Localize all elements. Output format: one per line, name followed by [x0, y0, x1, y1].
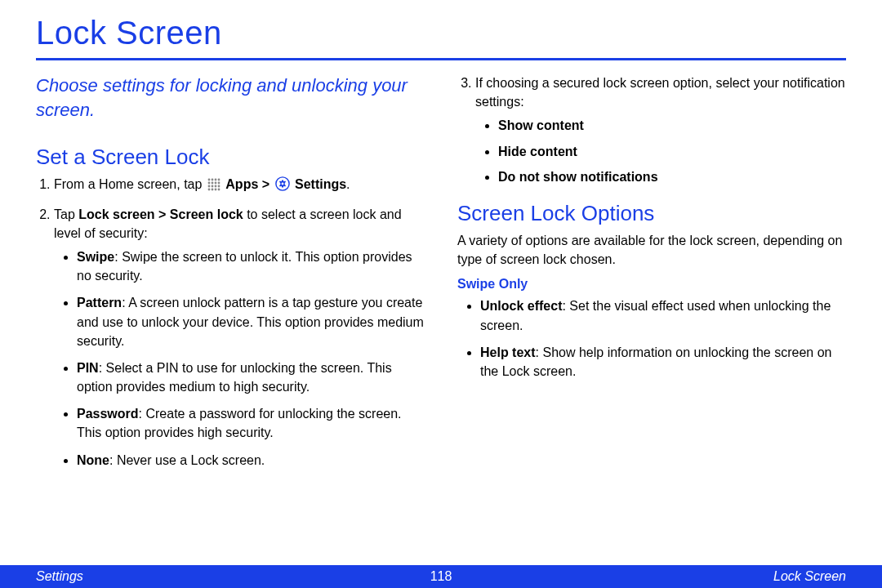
svg-point-4 — [207, 182, 210, 185]
option-name: Unlock effect — [480, 299, 562, 313]
notif-option: Do not show notifications — [498, 170, 658, 184]
step3-text: If choosing a secured lock screen option… — [475, 76, 845, 109]
list-item: Password: Create a password for unlockin… — [77, 404, 425, 442]
options-intro: A variety of options are available for t… — [457, 231, 846, 269]
step2-prefix: Tap — [54, 207, 78, 221]
swipe-only-list: Unlock effect: Set the visual effect use… — [457, 296, 846, 381]
svg-point-0 — [207, 179, 210, 181]
section-heading-options: Screen Lock Options — [457, 201, 846, 226]
step-2: Tap Lock screen > Screen lock to select … — [54, 205, 425, 470]
footer-page-number: 118 — [430, 569, 452, 584]
svg-point-15 — [217, 189, 220, 191]
swipe-only-subhead: Swipe Only — [457, 277, 846, 292]
step-1: From a Home screen, tap Apps > Settings. — [54, 175, 425, 196]
svg-point-11 — [217, 185, 220, 188]
option-name: Help text — [480, 345, 536, 359]
footer-right: Lock Screen — [773, 569, 846, 584]
svg-point-7 — [217, 182, 220, 185]
intro-text: Choose settings for locking and unlockin… — [36, 74, 425, 122]
page-footer: Settings 118 Lock Screen — [0, 565, 882, 588]
apps-grid-icon — [207, 177, 220, 196]
svg-point-9 — [211, 185, 213, 188]
apps-label: Apps — [225, 177, 258, 191]
svg-point-14 — [214, 189, 216, 191]
list-item: Help text: Show help information on unlo… — [480, 343, 846, 381]
svg-point-12 — [207, 189, 210, 191]
svg-point-17 — [281, 183, 283, 185]
step1-prefix: From a Home screen, tap — [54, 177, 206, 191]
page-content: Lock Screen Choose settings for locking … — [0, 0, 882, 478]
option-desc: : Never use a Lock screen. — [109, 453, 265, 467]
title-rule — [36, 58, 846, 60]
settings-gear-icon — [275, 176, 290, 196]
option-name: None — [77, 453, 109, 467]
gt-separator: > — [258, 177, 273, 191]
list-item: Do not show notifications — [498, 167, 846, 186]
list-item: Show content — [498, 116, 846, 135]
list-item: Unlock effect: Set the visual effect use… — [480, 296, 846, 334]
option-desc: : A screen unlock pattern is a tap gestu… — [77, 296, 424, 347]
svg-point-2 — [214, 179, 216, 181]
steps-list-continued: If choosing a secured lock screen option… — [457, 74, 846, 186]
notification-options-list: Show content Hide content Do not show no… — [475, 116, 846, 186]
option-name: Password — [77, 407, 139, 421]
option-name: Pattern — [77, 296, 122, 310]
option-name: PIN — [77, 361, 99, 375]
option-desc: : Select a PIN to use for unlocking the … — [77, 361, 392, 394]
right-column: If choosing a secured lock screen option… — [457, 74, 846, 478]
left-column: Choose settings for locking and unlockin… — [36, 74, 425, 478]
footer-left: Settings — [36, 569, 83, 584]
svg-point-1 — [211, 179, 213, 181]
svg-point-10 — [214, 185, 216, 188]
list-item: PIN: Select a PIN to use for unlocking t… — [77, 359, 425, 396]
list-item: Swipe: Swipe the screen to unlock it. Th… — [77, 247, 425, 285]
steps-list: From a Home screen, tap Apps > Settings.… — [36, 175, 425, 469]
section-heading-set-lock: Set a Screen Lock — [36, 145, 425, 170]
list-item: Pattern: A screen unlock pattern is a ta… — [77, 293, 425, 350]
option-desc: : Swipe the screen to unlock it. This op… — [77, 250, 412, 283]
notif-option: Hide content — [498, 145, 577, 158]
list-item: Hide content — [498, 142, 846, 161]
svg-point-6 — [214, 182, 216, 185]
list-item: None: Never use a Lock screen. — [77, 451, 425, 470]
svg-point-13 — [211, 189, 213, 191]
svg-point-8 — [207, 185, 210, 188]
step1-period: . — [346, 177, 350, 191]
lock-options-list: Swipe: Swipe the screen to unlock it. Th… — [54, 247, 425, 470]
svg-point-3 — [217, 179, 220, 181]
page-title: Lock Screen — [36, 15, 846, 51]
step-3: If choosing a secured lock screen option… — [475, 74, 846, 186]
option-name: Swipe — [77, 250, 114, 264]
settings-label: Settings — [295, 177, 346, 191]
step2-bold: Lock screen > Screen lock — [78, 207, 243, 221]
notif-option: Show content — [498, 118, 584, 132]
two-column-layout: Choose settings for locking and unlockin… — [36, 74, 846, 478]
svg-point-5 — [211, 182, 213, 185]
